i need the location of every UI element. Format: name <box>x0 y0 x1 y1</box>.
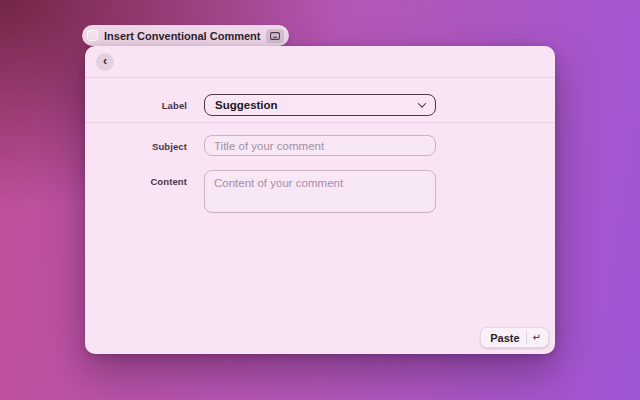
command-pill[interactable]: Insert Conventional Comment <box>82 25 289 46</box>
content-field-label: Content <box>85 176 187 187</box>
desktop-background: Insert Conventional Comment ‹ Label Sugg… <box>0 0 640 400</box>
back-button[interactable]: ‹ <box>96 53 114 71</box>
chevron-left-icon: ‹ <box>103 55 107 67</box>
enter-key-icon: ↵ <box>533 333 541 343</box>
paste-label: Paste <box>490 332 519 344</box>
content-textarea[interactable] <box>204 170 436 213</box>
label-field-label: Label <box>85 100 187 111</box>
section-divider <box>85 122 555 123</box>
command-title: Insert Conventional Comment <box>104 30 260 42</box>
paste-button[interactable]: Paste ↵ <box>480 327 549 348</box>
extension-window: ‹ Label Suggestion Subject Content Paste… <box>85 46 555 354</box>
keyboard-icon <box>266 29 284 43</box>
button-divider <box>526 331 527 344</box>
header-divider <box>85 77 555 78</box>
extension-icon <box>87 30 98 41</box>
chevron-down-icon <box>418 99 426 107</box>
label-select-value: Suggestion <box>215 99 278 111</box>
label-select[interactable]: Suggestion <box>204 94 436 116</box>
subject-field-label: Subject <box>85 141 187 152</box>
subject-input[interactable] <box>204 135 436 156</box>
